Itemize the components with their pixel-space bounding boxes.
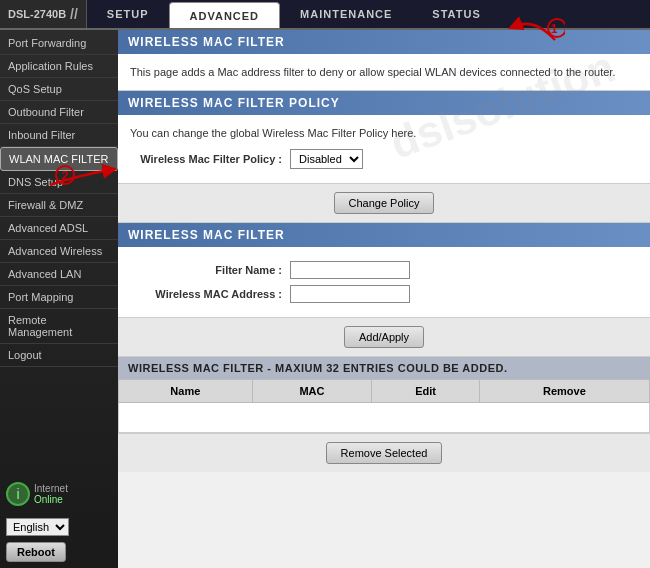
add-apply-button[interactable]: Add/Apply	[344, 326, 424, 348]
filter-name-row: Filter Name :	[130, 261, 638, 279]
table-body	[119, 403, 650, 433]
policy-row: Wireless Mac Filter Policy : Disabled Al…	[130, 149, 638, 169]
sidebar-item-port-forwarding[interactable]: Port Forwarding	[0, 32, 118, 55]
sidebar-bottom: i Internet Online English Reboot	[0, 472, 118, 568]
nav-maintenance[interactable]: MAINTENANCE	[280, 0, 412, 28]
sidebar-item-inbound-filter[interactable]: Inbound Filter	[0, 124, 118, 147]
internet-status: i Internet Online	[6, 478, 112, 510]
col-mac: MAC	[252, 380, 372, 403]
section3-header: WIRELESS MAC FILTER	[118, 223, 650, 247]
language-select-row: English	[6, 514, 112, 536]
table-row-empty	[119, 403, 650, 433]
internet-label: Internet	[34, 483, 68, 494]
sidebar-item-logout[interactable]: Logout	[0, 344, 118, 367]
top-nav: DSL-2740B // SETUP ADVANCED MAINTENANCE …	[0, 0, 650, 30]
sidebar-item-firewall-dmz[interactable]: Firewall & DMZ	[0, 194, 118, 217]
change-policy-button[interactable]: Change Policy	[334, 192, 435, 214]
section3-body: Filter Name : Wireless MAC Address :	[118, 247, 650, 318]
internet-icon: i	[6, 482, 30, 506]
policy-label: Wireless Mac Filter Policy :	[130, 153, 290, 165]
brand-divider: //	[70, 6, 78, 22]
sidebar-item-remote-management[interactable]: Remote Management	[0, 309, 118, 344]
mac-address-row: Wireless MAC Address :	[130, 285, 638, 303]
section2-desc: You can change the global Wireless Mac F…	[130, 123, 638, 143]
nav-advanced[interactable]: ADVANCED	[169, 2, 281, 28]
internet-online-status: Online	[34, 494, 68, 505]
col-remove: Remove	[479, 380, 649, 403]
nav-setup[interactable]: SETUP	[87, 0, 169, 28]
nav-status[interactable]: STATUS	[412, 0, 500, 28]
policy-dropdown[interactable]: Disabled Allow Deny	[290, 149, 363, 169]
mac-address-label: Wireless MAC Address :	[130, 288, 290, 300]
sidebar-item-advanced-lan[interactable]: Advanced LAN	[0, 263, 118, 286]
sidebar-item-dns-setup[interactable]: DNS Setup	[0, 171, 118, 194]
remove-selected-area: Remove Selected	[118, 433, 650, 472]
sidebar-item-wlan-mac-filter[interactable]: WLAN MAC FILTER	[0, 147, 118, 171]
add-apply-area: Add/Apply	[118, 318, 650, 357]
section1-body: This page adds a Mac address filter to d…	[118, 54, 650, 91]
section2-body: You can change the global Wireless Mac F…	[118, 115, 650, 184]
brand-logo: DSL-2740B //	[0, 0, 87, 28]
sidebar: Port Forwarding Application Rules QoS Se…	[0, 30, 118, 568]
sidebar-item-advanced-adsl[interactable]: Advanced ADSL	[0, 217, 118, 240]
sidebar-item-outbound-filter[interactable]: Outbound Filter	[0, 101, 118, 124]
sidebar-item-application-rules[interactable]: Application Rules	[0, 55, 118, 78]
table-section-header: WIRELESS MAC FILTER - MAXIUM 32 ENTRIES …	[118, 357, 650, 379]
col-name: Name	[119, 380, 253, 403]
mac-address-input[interactable]	[290, 285, 410, 303]
nav-items: SETUP ADVANCED MAINTENANCE STATUS	[87, 0, 650, 28]
section1-header: WIRELESS MAC FILTER	[118, 30, 650, 54]
content-area: WIRELESS MAC FILTER This page adds a Mac…	[118, 30, 650, 568]
sidebar-item-port-mapping[interactable]: Port Mapping	[0, 286, 118, 309]
section2-header: WIRELESS MAC FILTER POLICY	[118, 91, 650, 115]
remove-selected-button[interactable]: Remove Selected	[326, 442, 443, 464]
sidebar-item-advanced-wireless[interactable]: Advanced Wireless	[0, 240, 118, 263]
filter-name-label: Filter Name :	[130, 264, 290, 276]
reboot-button[interactable]: Reboot	[6, 542, 66, 562]
section1-desc: This page adds a Mac address filter to d…	[130, 62, 638, 82]
sidebar-item-qos-setup[interactable]: QoS Setup	[0, 78, 118, 101]
filter-name-input[interactable]	[290, 261, 410, 279]
col-edit: Edit	[372, 380, 480, 403]
language-dropdown[interactable]: English	[6, 518, 69, 536]
mac-filter-table: Name MAC Edit Remove	[118, 379, 650, 433]
change-policy-area: Change Policy	[118, 184, 650, 223]
